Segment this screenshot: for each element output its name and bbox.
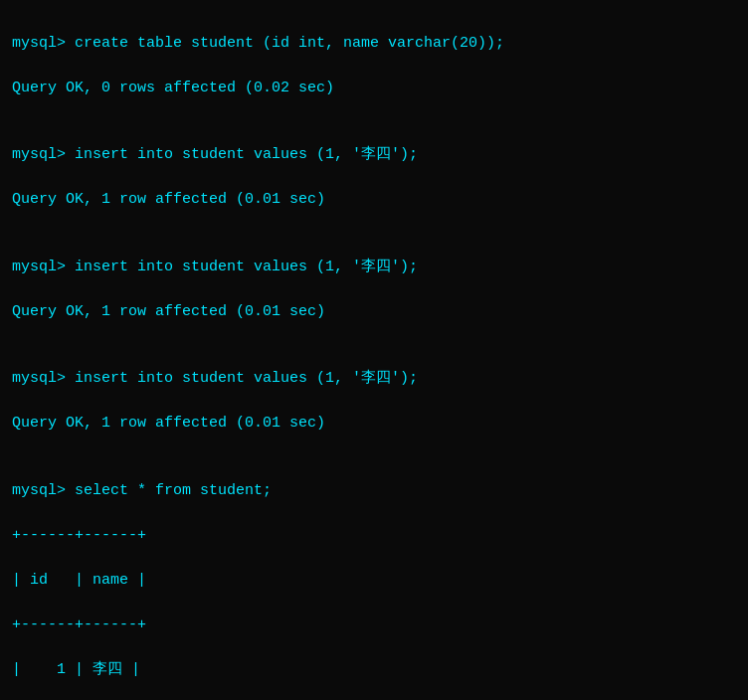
empty-line <box>12 457 736 480</box>
table-line: | 1 | 李四 | <box>12 659 736 682</box>
prompt-line: mysql> create table student (id int, nam… <box>12 33 736 56</box>
prompt-line: mysql> select * from student; <box>12 480 736 503</box>
output-line: Query OK, 1 row affected (0.01 sec) <box>12 413 736 436</box>
table-line: +------+------+ <box>12 614 736 637</box>
empty-line <box>12 234 736 257</box>
table-line: | id | name | <box>12 570 736 593</box>
output-line: Query OK, 1 row affected (0.01 sec) <box>12 189 736 212</box>
prompt-line: mysql> insert into student values (1, '李… <box>12 144 736 167</box>
terminal-window: mysql> create table student (id int, nam… <box>12 10 736 700</box>
prompt-line: mysql> insert into student values (1, '李… <box>12 368 736 391</box>
output-line: Query OK, 1 row affected (0.01 sec) <box>12 301 736 324</box>
output-line: Query OK, 0 rows affected (0.02 sec) <box>12 78 736 100</box>
empty-line <box>12 122 736 145</box>
table-line: +------+------+ <box>12 525 736 548</box>
prompt-line: mysql> insert into student values (1, '李… <box>12 257 736 279</box>
empty-line <box>12 346 736 369</box>
